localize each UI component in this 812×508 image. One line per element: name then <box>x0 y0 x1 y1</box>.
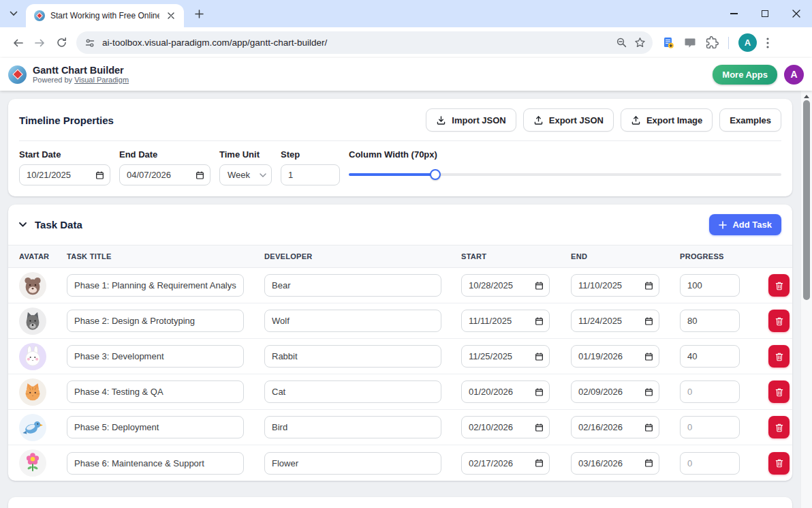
tab-search-button[interactable] <box>5 5 22 22</box>
calendar-icon[interactable] <box>535 281 544 290</box>
progress-input[interactable] <box>680 416 740 438</box>
plus-icon <box>719 221 727 229</box>
developer-input[interactable] <box>264 274 441 297</box>
close-window-button[interactable] <box>781 0 812 27</box>
export-json-button[interactable]: Export JSON <box>523 108 614 132</box>
progress-input[interactable] <box>680 452 740 475</box>
timeline-properties-card: Timeline Properties Import JSON Export J… <box>8 99 792 196</box>
plus-icon <box>195 10 204 18</box>
upload-tray-icon <box>533 115 544 125</box>
wolf-icon <box>21 310 44 333</box>
progress-input[interactable] <box>680 310 740 332</box>
calendar-icon[interactable] <box>535 352 544 361</box>
task-title-input[interactable] <box>67 310 244 332</box>
task-title-input[interactable] <box>67 274 244 297</box>
developer-input[interactable] <box>264 416 441 438</box>
export-image-button[interactable]: Export Image <box>621 108 713 132</box>
back-button[interactable] <box>7 32 29 54</box>
calendar-icon[interactable] <box>95 170 104 179</box>
trash-icon <box>775 281 784 290</box>
page-content: Timeline Properties Import JSON Export J… <box>0 91 812 508</box>
visual-paradigm-link[interactable]: Visual Paradigm <box>74 76 129 84</box>
calendar-icon[interactable] <box>196 170 204 179</box>
comment-extension-icon[interactable] <box>684 37 696 49</box>
progress-input[interactable] <box>680 274 740 297</box>
task-data-title: Task Data <box>35 219 82 230</box>
column-width-slider[interactable] <box>349 169 781 180</box>
developer-input[interactable] <box>264 452 441 475</box>
time-unit-select[interactable]: Week <box>219 164 272 185</box>
flower-icon <box>21 451 44 475</box>
new-tab-button[interactable] <box>191 5 207 22</box>
calendar-icon[interactable] <box>644 352 653 361</box>
add-task-button[interactable]: Add Task <box>709 214 781 235</box>
task-title-input[interactable] <box>67 380 244 403</box>
calendar-icon[interactable] <box>644 459 653 468</box>
import-json-button[interactable]: Import JSON <box>426 108 516 132</box>
bear-icon <box>21 274 44 297</box>
collapse-chevron-icon[interactable] <box>19 222 27 227</box>
minimize-button[interactable] <box>718 0 749 27</box>
page-scrollbar[interactable] <box>800 91 812 508</box>
forward-button[interactable] <box>29 32 50 54</box>
browser-tab[interactable]: Start Working with Free Online <box>26 4 184 27</box>
maximize-button[interactable] <box>749 0 781 27</box>
calendar-icon[interactable] <box>644 316 653 325</box>
delete-task-button[interactable] <box>768 274 790 297</box>
calendar-icon[interactable] <box>535 387 544 396</box>
column-header-avatar: AVATAR <box>19 252 67 260</box>
end-date-field: End Date <box>119 149 210 185</box>
task-title-input[interactable] <box>67 416 244 438</box>
calendar-icon[interactable] <box>644 387 653 396</box>
progress-input[interactable] <box>680 345 740 368</box>
delete-task-button[interactable] <box>768 452 790 475</box>
app-title: Gantt Chart Builder <box>33 65 713 76</box>
browser-profile-avatar[interactable]: A <box>738 33 757 52</box>
examples-button[interactable]: Examples <box>719 108 781 132</box>
step-field: Step <box>281 149 340 185</box>
column-header-task-title: TASK TITLE <box>67 252 264 260</box>
doc-download-extension-icon[interactable] <box>662 37 674 49</box>
tab-close-button[interactable] <box>165 10 177 22</box>
delete-task-button[interactable] <box>768 416 790 438</box>
avatar-cat <box>19 378 46 406</box>
trash-icon <box>775 387 784 397</box>
column-header-start: START <box>461 252 571 260</box>
task-title-input[interactable] <box>67 345 244 368</box>
progress-input[interactable] <box>680 380 740 403</box>
rabbit-icon <box>21 345 44 368</box>
calendar-icon[interactable] <box>535 423 544 432</box>
task-title-input[interactable] <box>67 452 244 475</box>
developer-input[interactable] <box>264 310 441 332</box>
app-header: Gantt Chart Builder Powered by Visual Pa… <box>0 58 812 91</box>
more-apps-button[interactable]: More Apps <box>713 65 777 85</box>
extensions-puzzle-icon[interactable] <box>706 36 719 49</box>
url-text[interactable]: ai-toolbox.visual-paradigm.com/app/gantt… <box>102 38 609 48</box>
user-avatar[interactable]: A <box>784 65 804 85</box>
divider <box>19 140 781 141</box>
scrollbar-up-arrow[interactable] <box>801 92 812 100</box>
developer-input[interactable] <box>264 345 441 368</box>
url-bar[interactable]: ai-toolbox.visual-paradigm.com/app/gantt… <box>76 31 653 54</box>
zoom-icon[interactable] <box>616 37 627 48</box>
calendar-icon[interactable] <box>644 281 653 290</box>
slider-thumb[interactable] <box>430 169 441 180</box>
timeline-properties-title: Timeline Properties <box>19 115 114 126</box>
menu-kebab-icon[interactable] <box>766 38 769 48</box>
bookmark-star-icon[interactable] <box>634 37 646 48</box>
delete-task-button[interactable] <box>768 310 790 332</box>
step-label: Step <box>281 149 340 160</box>
calendar-icon[interactable] <box>535 316 544 325</box>
avatar-wolf <box>19 308 46 335</box>
delete-task-button[interactable] <box>768 380 790 403</box>
chevron-down-icon <box>260 173 266 177</box>
calendar-icon[interactable] <box>535 459 544 468</box>
calendar-icon[interactable] <box>644 423 653 432</box>
step-input[interactable] <box>281 164 340 185</box>
delete-task-button[interactable] <box>768 345 790 368</box>
developer-input[interactable] <box>264 380 441 403</box>
reload-button[interactable] <box>50 32 72 54</box>
live-preview-card: Live Preview <box>8 497 792 508</box>
scrollbar-thumb[interactable] <box>803 100 810 300</box>
task-row <box>8 303 792 339</box>
